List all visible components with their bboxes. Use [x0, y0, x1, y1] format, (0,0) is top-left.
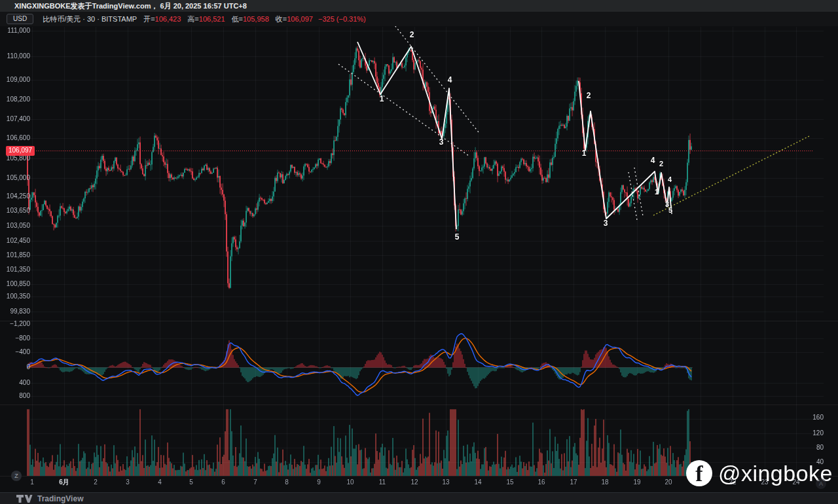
wave-number-label: 3	[604, 219, 608, 227]
price-tick-label: 103,650	[0, 207, 30, 215]
time-tick-label: 19	[633, 478, 640, 486]
wave-number-label: 2	[659, 160, 663, 168]
price-tick-label: 102,450	[0, 237, 30, 245]
currency-select-button[interactable]: USD	[7, 14, 33, 24]
chart-area[interactable]: 111,000110,000109,000108,200107,400106,6…	[0, 26, 838, 492]
chart-header: USD 比特币/美元 · 30 · BITSTAMP 开=106,423高=10…	[0, 12, 838, 26]
indicator-tick-label: −400	[0, 348, 30, 356]
time-tick-label: 1	[30, 478, 34, 486]
time-tick-label: 20	[665, 478, 672, 486]
wave-number-label: 1	[380, 95, 384, 103]
price-tick-label: 110,000	[0, 52, 30, 60]
price-tick-label: 101,850	[0, 251, 30, 259]
price-tick-label: 107,400	[0, 115, 30, 123]
wave-number-label: 4	[668, 175, 672, 183]
time-tick-label: 2	[94, 478, 98, 486]
wave-number-label: 3	[439, 138, 444, 146]
price-tick-label: 106,600	[0, 134, 30, 142]
time-tick-label: 11	[379, 478, 386, 486]
price-tick-label: 109,000	[0, 76, 30, 84]
time-tick-label: 10	[346, 478, 354, 486]
time-tick-label: 6月	[59, 478, 69, 486]
price-tick-label: 103,050	[0, 222, 30, 230]
wave-number-label: 5	[668, 206, 672, 214]
price-tick-label: 99,830	[0, 308, 30, 315]
time-tick-label: 9	[317, 478, 321, 486]
time-tick-label: 16	[537, 478, 545, 486]
footer-bar: TradingView	[0, 492, 838, 504]
time-tick-label: 6	[221, 478, 225, 486]
candlestick-canvas[interactable]	[0, 26, 838, 492]
price-tick-label: 105,000	[0, 174, 30, 182]
attribution-text: XINGXINGBOKE发表于TradingView.com， 6月 20, 2…	[14, 2, 247, 10]
volume-tick-label: 120	[792, 429, 824, 437]
wave-number-label: 1	[582, 149, 587, 157]
indicator-tick-label: 800	[0, 392, 30, 400]
indicator-tick-label: −1,200	[0, 320, 30, 328]
last-price-label: 106,097	[6, 146, 35, 156]
wave-number-label: 1	[655, 188, 659, 196]
time-tick-label: 8	[285, 478, 289, 486]
change-value: −325 (−0.31%)	[318, 15, 366, 23]
ohlc-values: 开=106,423高=106,521低=105,958收=106,097	[137, 14, 313, 24]
autoscale-button[interactable]: A	[816, 478, 826, 489]
volume-tick-label: 160	[792, 414, 824, 422]
attribution-bar: XINGXINGBOKE发表于TradingView.com， 6月 20, 2…	[0, 0, 838, 12]
time-tick-label: 5	[189, 478, 193, 486]
volume-tick-label: 80	[792, 444, 824, 452]
price-tick-label: 111,000	[0, 27, 30, 35]
wave-number-label: 2	[587, 92, 591, 99]
price-tick-label: 108,200	[0, 96, 30, 103]
wave-number-label: 2	[410, 31, 414, 39]
indicator-tick-label: 0	[0, 363, 30, 371]
time-tick-label: 12	[410, 478, 418, 486]
wave-number-label: 4	[448, 76, 452, 84]
price-tick-label: 104,250	[0, 192, 30, 200]
time-tick-label: 15	[506, 478, 513, 486]
author-watermark: f @xingboke	[686, 460, 833, 486]
ohlc-item: 收=106,097	[276, 15, 313, 23]
time-tick-label: 18	[601, 478, 608, 486]
timezone-button[interactable]: Z	[11, 471, 22, 481]
time-tick-label: 13	[442, 478, 449, 486]
tradingview-logo[interactable]	[16, 494, 33, 503]
tradingview-published-chart: XINGXINGBOKE发表于TradingView.com， 6月 20, 2…	[0, 0, 838, 504]
time-tick-label: 3	[126, 478, 130, 486]
symbol-title[interactable]: 比特币/美元 · 30 · BITSTAMP	[43, 14, 137, 24]
ohlc-item: 高=106,521	[187, 15, 225, 23]
ohlc-item: 低=105,958	[232, 15, 269, 23]
time-tick-label: 17	[570, 478, 577, 486]
indicator-tick-label: 400	[0, 379, 30, 387]
wave-number-label: 4	[651, 156, 655, 164]
price-tick-label: 100,350	[0, 293, 30, 300]
indicator-tick-label: −800	[0, 334, 30, 342]
price-tick-label: 100,850	[0, 280, 30, 288]
time-tick-label: 4	[158, 478, 162, 486]
facebook-icon: f	[686, 460, 712, 486]
tradingview-brand[interactable]: TradingView	[37, 494, 83, 503]
ohlc-item: 开=106,423	[143, 15, 181, 23]
time-tick-label: 7	[253, 478, 257, 486]
wave-number-label: 5	[455, 233, 460, 241]
price-tick-label: 101,350	[0, 266, 30, 274]
time-tick-label: 14	[474, 478, 481, 486]
